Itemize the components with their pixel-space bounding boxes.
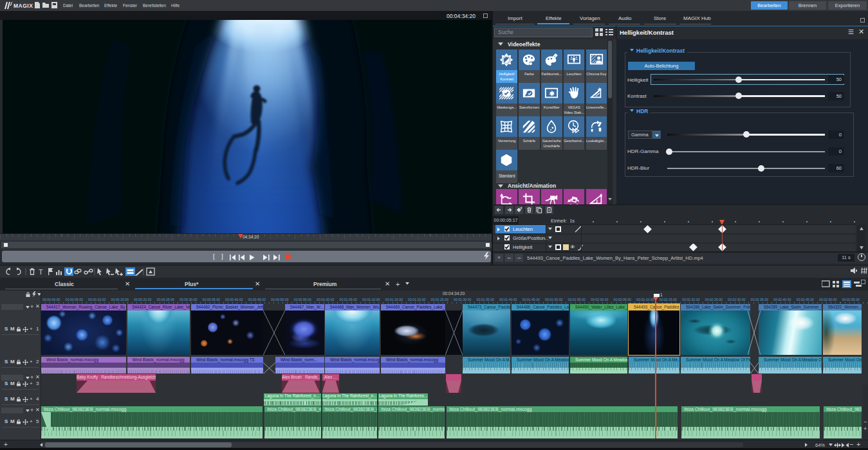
- svg-text:T: T: [39, 268, 43, 276]
